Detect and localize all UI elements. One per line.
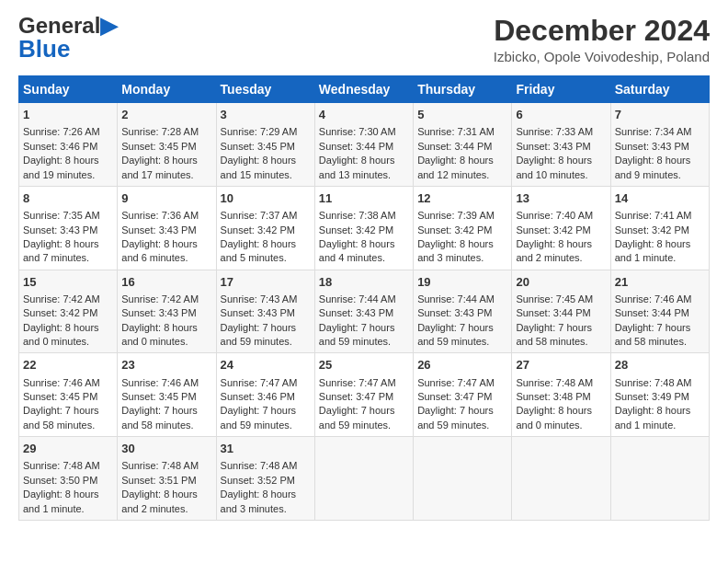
header-cell-tuesday: Tuesday (216, 76, 314, 103)
day-info-line: Daylight: 8 hours (516, 404, 606, 418)
day-number: 3 (221, 107, 311, 123)
day-cell: 21Sunrise: 7:46 AMSunset: 3:44 PMDayligh… (610, 270, 709, 353)
day-cell (512, 437, 610, 521)
day-info-line: Sunset: 3:43 PM (417, 306, 507, 320)
day-info-line: and 1 minute. (23, 502, 113, 516)
day-info-line: Sunrise: 7:41 AM (615, 209, 705, 223)
day-info-line: Sunrise: 7:33 AM (516, 125, 606, 139)
day-number: 2 (121, 107, 211, 123)
day-info-line: Sunset: 3:47 PM (417, 390, 507, 404)
day-info-line: Sunset: 3:42 PM (23, 306, 113, 320)
day-info-line: Daylight: 7 hours (417, 404, 507, 418)
day-info-line: Sunset: 3:50 PM (23, 474, 113, 488)
day-info-line: Sunset: 3:44 PM (319, 140, 409, 154)
day-info-line: and 58 minutes. (516, 335, 606, 349)
day-info-line: Sunrise: 7:48 AM (615, 376, 705, 390)
day-info-line: Daylight: 8 hours (615, 154, 705, 167)
header-cell-saturday: Saturday (610, 76, 709, 103)
day-cell: 23Sunrise: 7:46 AMSunset: 3:45 PMDayligh… (118, 353, 216, 437)
header-area: General▶ Blue December 2024 Izbicko, Opo… (18, 15, 710, 64)
day-info-line: and 5 minutes. (221, 251, 311, 265)
week-row-4: 22Sunrise: 7:46 AMSunset: 3:45 PMDayligh… (19, 353, 710, 437)
day-cell: 25Sunrise: 7:47 AMSunset: 3:47 PMDayligh… (314, 353, 413, 437)
day-cell: 27Sunrise: 7:48 AMSunset: 3:48 PMDayligh… (512, 353, 610, 437)
week-row-3: 15Sunrise: 7:42 AMSunset: 3:42 PMDayligh… (19, 270, 710, 353)
day-info-line: Daylight: 8 hours (23, 237, 113, 251)
day-cell: 12Sunrise: 7:39 AMSunset: 3:42 PMDayligh… (414, 186, 512, 270)
day-info-line: Sunrise: 7:38 AM (319, 209, 409, 223)
day-info-line: and 15 minutes. (221, 168, 311, 182)
week-row-5: 29Sunrise: 7:48 AMSunset: 3:50 PMDayligh… (19, 437, 710, 521)
day-info-line: Daylight: 8 hours (516, 237, 606, 251)
day-info-line: Daylight: 8 hours (615, 404, 705, 418)
day-number: 6 (516, 107, 606, 123)
day-info-line: Sunset: 3:44 PM (615, 306, 705, 320)
day-number: 18 (319, 274, 409, 291)
day-info-line: and 3 minutes. (221, 502, 311, 516)
day-info-line: Daylight: 8 hours (221, 237, 311, 251)
day-info-line: Sunrise: 7:46 AM (121, 376, 211, 390)
header-cell-friday: Friday (512, 76, 610, 103)
day-cell: 31Sunrise: 7:48 AMSunset: 3:52 PMDayligh… (216, 437, 314, 521)
day-info-line: and 10 minutes. (516, 168, 606, 182)
day-info-line: Sunrise: 7:37 AM (221, 209, 311, 223)
day-info-line: Sunrise: 7:48 AM (23, 459, 113, 473)
day-info-line: Daylight: 8 hours (121, 154, 211, 167)
day-cell: 29Sunrise: 7:48 AMSunset: 3:50 PMDayligh… (19, 437, 118, 521)
day-info-line: and 0 minutes. (23, 335, 113, 349)
day-cell: 15Sunrise: 7:42 AMSunset: 3:42 PMDayligh… (19, 270, 118, 353)
day-info-line: Daylight: 8 hours (516, 154, 606, 167)
day-info-line: and 6 minutes. (121, 251, 211, 265)
day-number: 19 (417, 274, 507, 291)
day-cell: 13Sunrise: 7:40 AMSunset: 3:42 PMDayligh… (512, 186, 610, 270)
day-info-line: Sunrise: 7:48 AM (121, 459, 211, 473)
day-cell: 20Sunrise: 7:45 AMSunset: 3:44 PMDayligh… (512, 270, 610, 353)
day-cell: 26Sunrise: 7:47 AMSunset: 3:47 PMDayligh… (414, 353, 512, 437)
day-info-line: and 12 minutes. (417, 168, 507, 182)
day-info-line: Daylight: 7 hours (319, 404, 409, 418)
day-info-line: Sunset: 3:49 PM (615, 390, 705, 404)
header-cell-sunday: Sunday (19, 76, 118, 103)
day-info-line: and 58 minutes. (121, 419, 211, 432)
day-number: 7 (615, 107, 705, 123)
day-info-line: Sunset: 3:45 PM (23, 390, 113, 404)
day-cell: 16Sunrise: 7:42 AMSunset: 3:43 PMDayligh… (118, 270, 216, 353)
day-info-line: Sunset: 3:44 PM (417, 140, 507, 154)
day-info-line: Sunrise: 7:48 AM (221, 459, 311, 473)
day-number: 9 (121, 190, 211, 207)
week-row-1: 1Sunrise: 7:26 AMSunset: 3:46 PMDaylight… (19, 103, 710, 187)
day-cell: 30Sunrise: 7:48 AMSunset: 3:51 PMDayligh… (118, 437, 216, 521)
day-info-line: Sunset: 3:43 PM (615, 140, 705, 154)
day-info-line: Daylight: 7 hours (23, 404, 113, 418)
day-info-line: Sunset: 3:42 PM (221, 224, 311, 237)
day-cell: 14Sunrise: 7:41 AMSunset: 3:42 PMDayligh… (610, 186, 709, 270)
day-info-line: Daylight: 8 hours (221, 488, 311, 501)
day-info-line: Sunset: 3:43 PM (23, 224, 113, 237)
subtitle: Izbicko, Opole Voivodeship, Poland (494, 49, 710, 64)
day-info-line: and 1 minute. (615, 251, 705, 265)
day-info-line: and 2 minutes. (121, 502, 211, 516)
day-info-line: Sunset: 3:42 PM (417, 224, 507, 237)
day-info-line: Sunset: 3:43 PM (221, 306, 311, 320)
day-info-line: Sunrise: 7:42 AM (121, 293, 211, 306)
day-number: 25 (319, 357, 409, 373)
day-cell: 4Sunrise: 7:30 AMSunset: 3:44 PMDaylight… (314, 103, 413, 187)
day-info-line: Daylight: 8 hours (417, 237, 507, 251)
day-info-line: and 3 minutes. (417, 251, 507, 265)
day-info-line: Sunset: 3:42 PM (516, 224, 606, 237)
day-info-line: Sunrise: 7:39 AM (417, 209, 507, 223)
day-info-line: Sunrise: 7:46 AM (23, 376, 113, 390)
day-info-line: Sunrise: 7:40 AM (516, 209, 606, 223)
day-cell: 18Sunrise: 7:44 AMSunset: 3:43 PMDayligh… (314, 270, 413, 353)
day-number: 4 (319, 107, 409, 123)
header-cell-monday: Monday (118, 76, 216, 103)
day-info-line: and 59 minutes. (221, 419, 311, 432)
day-info-line: Daylight: 8 hours (23, 154, 113, 167)
day-cell (610, 437, 709, 521)
day-number: 1 (23, 107, 113, 123)
day-number: 23 (121, 357, 211, 373)
day-number: 21 (615, 274, 705, 291)
day-info-line: and 59 minutes. (319, 335, 409, 349)
day-cell: 9Sunrise: 7:36 AMSunset: 3:43 PMDaylight… (118, 186, 216, 270)
day-info-line: Daylight: 8 hours (319, 237, 409, 251)
